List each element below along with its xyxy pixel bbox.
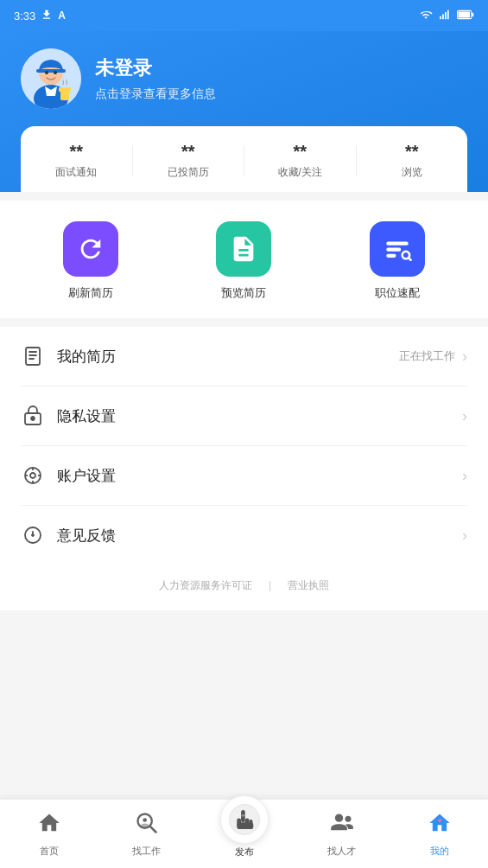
svg-point-24 [31,417,35,420]
svg-rect-3 [447,10,449,19]
nav-home-label: 首页 [40,845,59,858]
menu-feedback-right: › [462,527,467,545]
signal-icon [438,9,452,23]
profile-info: 未登录 点击登录查看更多信息 [95,55,216,102]
menu-item-feedback[interactable]: 意见反馈 › [21,506,467,565]
profile-subtitle: 点击登录查看更多信息 [95,86,216,102]
footer-hr-license[interactable]: 人力资源服务许可证 [159,579,252,591]
svg-rect-6 [472,12,473,16]
avatar [21,48,81,109]
svg-point-26 [30,473,35,478]
footer-business-license[interactable]: 营业执照 [288,579,329,591]
menu-list: 我的简历 正在找工作 › 隐私设置 › [0,327,488,565]
status-time: 3:33 [14,10,35,22]
action-job-match[interactable]: 职位速配 [370,221,425,301]
resume-chevron-icon: › [462,348,467,366]
privacy-icon [21,404,45,428]
action-refresh-resume[interactable]: 刷新简历 [63,221,118,301]
svg-point-46 [345,815,351,821]
svg-rect-15 [59,87,71,92]
svg-point-44 [240,814,245,816]
nav-item-home[interactable]: 首页 [0,811,98,858]
action-preview-label: 预览简历 [221,285,266,301]
svg-rect-17 [386,248,401,252]
stat-interview[interactable]: ** 面试通知 [21,142,132,180]
privacy-chevron-icon: › [462,407,467,425]
stat-applied-value: ** [133,142,244,162]
svg-point-13 [54,71,57,74]
stat-applied[interactable]: ** 已投简历 [133,142,244,180]
svg-line-20 [409,258,411,260]
stat-saved[interactable]: ** 收藏/关注 [244,142,356,180]
svg-line-35 [150,827,155,832]
footer-links: 人力资源服务许可证 | 营业执照 [0,565,488,610]
stat-browse-label: 浏览 [357,165,468,180]
stat-interview-label: 面试通知 [21,165,132,180]
svg-point-45 [334,814,342,821]
menu-feedback-text: 意见反馈 [57,526,462,546]
svg-rect-1 [442,14,444,19]
publish-icon [220,795,269,844]
nav-item-profile[interactable]: 我的 [390,811,488,858]
svg-rect-21 [26,348,40,365]
nav-publish-label: 发布 [235,846,254,858]
quick-actions: 刷新简历 预览简历 职位速配 [0,201,488,318]
nav-item-findtalent[interactable]: 找人才 [293,811,390,858]
battery-icon [457,9,474,23]
refresh-resume-icon [63,221,118,277]
stat-saved-value: ** [244,142,356,162]
account-icon [21,463,45,488]
header: 未登录 点击登录查看更多信息 ** 面试通知 ** 已投简历 ** 收藏/关注 … [0,31,488,192]
status-bar: 3:33 A [0,0,488,31]
menu-item-account[interactable]: 账户设置 › [21,446,467,506]
menu-resume-status: 正在找工作 [399,348,455,364]
preview-resume-icon [216,221,271,277]
svg-point-12 [45,71,48,74]
svg-rect-16 [386,242,409,246]
svg-rect-11 [36,69,66,73]
nav-findtalent-label: 找人才 [327,845,356,858]
action-match-label: 职位速配 [375,285,420,301]
menu-privacy-right: › [462,407,467,425]
stat-applied-label: 已投简历 [133,165,244,180]
feedback-chevron-icon: › [462,527,467,545]
svg-rect-18 [386,254,396,258]
profile-row[interactable]: 未登录 点击登录查看更多信息 [21,48,467,126]
job-icon [135,811,159,841]
svg-point-36 [143,818,147,822]
action-refresh-label: 刷新简历 [68,285,113,301]
wifi-icon [419,9,433,23]
stat-browse-value: ** [357,142,468,162]
stat-browse[interactable]: ** 浏览 [357,142,468,180]
job-match-icon [370,221,425,277]
talent-icon [330,811,354,841]
home-icon [37,811,61,841]
svg-point-37 [141,823,149,828]
svg-rect-5 [458,11,470,17]
action-preview-resume[interactable]: 预览简历 [216,221,271,301]
svg-rect-2 [445,12,447,19]
feedback-icon [21,523,45,547]
stats-row: ** 面试通知 ** 已投简历 ** 收藏/关注 ** 浏览 [21,126,467,192]
app-icon: A [58,10,66,22]
menu-account-text: 账户设置 [57,466,462,486]
menu-item-resume[interactable]: 我的简历 正在找工作 › [21,327,467,386]
nav-item-publish[interactable]: 发布 [195,795,293,858]
menu-item-privacy[interactable]: 隐私设置 › [21,386,467,446]
svg-point-32 [32,534,34,536]
profile-name: 未登录 [95,55,216,81]
menu-resume-right: 正在找工作 › [399,348,467,366]
bottom-nav: 首页 找工作 [0,799,488,868]
menu-account-right: › [462,467,467,485]
nav-findjob-label: 找工作 [132,845,161,858]
resume-icon [21,344,45,368]
footer-divider: | [269,579,271,591]
stat-saved-label: 收藏/关注 [244,165,356,180]
menu-resume-text: 我的简历 [57,347,399,367]
profile-nav-icon [428,811,452,841]
nav-profile-label: 我的 [430,845,449,858]
nav-item-findjob[interactable]: 找工作 [98,811,195,858]
menu-privacy-text: 隐私设置 [57,406,462,426]
account-chevron-icon: › [462,467,467,485]
svg-rect-43 [237,822,253,829]
